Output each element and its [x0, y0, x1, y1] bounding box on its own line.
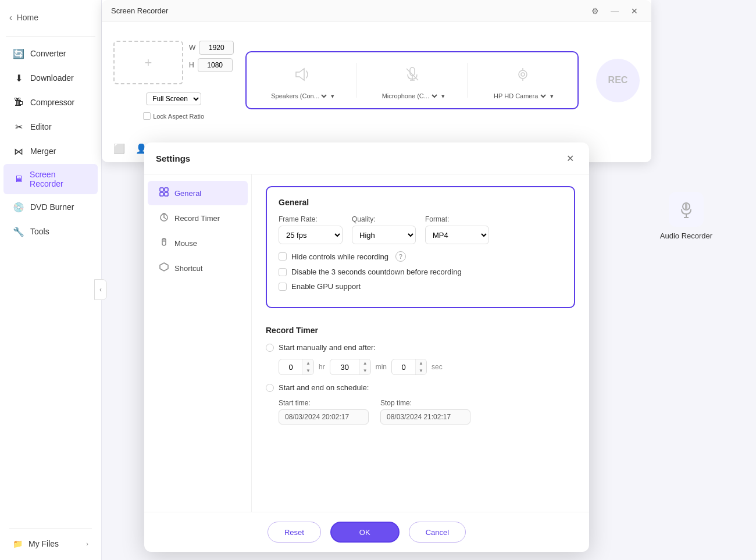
sidebar-item-downloader[interactable]: ⬇ Downloader [3, 66, 98, 90]
hide-controls-checkbox[interactable] [279, 252, 287, 261]
sidebar-item-merger[interactable]: ⋈ Merger [3, 140, 98, 163]
format-label: Format: [425, 215, 489, 223]
timer-fields: ▲ ▼ hr ▲ ▼ min [279, 359, 575, 375]
hide-controls-help-icon[interactable]: ? [395, 251, 406, 262]
format-select[interactable]: MP4 MOV AVI MKV GIF [425, 226, 489, 244]
settings-nav-record-timer[interactable]: Record Timer [148, 206, 248, 230]
audio-divider-1 [356, 63, 357, 98]
screenshot-toolbar-item[interactable]: ⬜ [113, 143, 125, 154]
microphone-dropdown-icon: ▾ [441, 92, 445, 100]
min-input[interactable] [330, 363, 359, 372]
frame-rate-select[interactable]: 25 fps 15 fps 20 fps 30 fps 60 fps [279, 226, 343, 244]
hr-input[interactable] [279, 363, 302, 372]
cancel-button[interactable]: Cancel [409, 522, 466, 543]
sidebar-item-label-tools: Tools [30, 227, 49, 236]
stop-time-input[interactable] [380, 409, 470, 425]
myfiles-chevron-icon: › [86, 540, 88, 547]
enable-gpu-label: Enable GPU support [291, 282, 361, 291]
screen-preview[interactable]: + [113, 41, 183, 84]
height-input[interactable] [198, 58, 233, 72]
manual-radio-row: Start manually and end after: [266, 343, 575, 352]
quality-label: Quality: [352, 215, 416, 223]
record-timer-title: Record Timer [266, 326, 575, 335]
speakers-select[interactable]: Speakers (Con... [269, 92, 329, 100]
audio-divider-2 [467, 63, 468, 98]
rec-button[interactable]: REC [596, 59, 640, 102]
quality-select[interactable]: High Low Medium Lossless [352, 226, 416, 244]
recorder-minimize-button[interactable]: — [607, 3, 622, 19]
sidebar-item-label-downloader: Downloader [30, 73, 74, 83]
height-row: H [189, 58, 234, 72]
hr-spin-down[interactable]: ▼ [303, 367, 313, 374]
general-section: General Frame Rate: 25 fps 15 fps 20 fps… [266, 186, 575, 308]
lock-ratio-row: Lock Aspect Ratio [143, 112, 204, 120]
width-input[interactable] [199, 41, 234, 55]
fullscreen-select[interactable]: Full Screen [146, 92, 201, 105]
settings-nav-record-timer-label: Record Timer [174, 214, 220, 223]
screenshot-icon: ⬜ [113, 143, 125, 154]
settings-modal-close-button[interactable]: ✕ [562, 151, 577, 166]
sec-unit: sec [432, 363, 443, 371]
settings-nav-general[interactable]: General [148, 181, 248, 205]
converter-icon: 🔄 [13, 48, 24, 59]
sidebar-divider-bottom [9, 528, 92, 529]
sec-spin-up[interactable]: ▲ [416, 359, 426, 367]
sidebar-item-dvd-burner[interactable]: 💿 DVD Burner [3, 195, 98, 219]
settings-nav-general-label: General [174, 189, 201, 198]
tools-icon: 🔧 [13, 226, 24, 237]
general-nav-icon [159, 187, 169, 199]
sidebar-item-screen-recorder[interactable]: 🖥 Screen Recorder [3, 164, 98, 194]
svg-rect-14 [160, 192, 163, 196]
lock-ratio-checkbox[interactable] [143, 112, 151, 120]
sidebar-item-compressor[interactable]: 🗜 Compressor [3, 91, 98, 114]
sidebar-myfiles[interactable]: 📁 My Files › [3, 533, 98, 554]
sidebar-back-home[interactable]: ‹ Home [0, 6, 101, 29]
min-spin-up[interactable]: ▲ [360, 359, 370, 367]
ok-button[interactable]: OK [330, 522, 400, 543]
sidebar-item-label-dvd-burner: DVD Burner [30, 202, 74, 212]
sec-input[interactable] [392, 363, 415, 372]
record-timer-section: Record Timer Start manually and end afte… [266, 320, 575, 430]
disable-countdown-checkbox[interactable] [279, 268, 287, 276]
settings-nav-shortcut[interactable]: Shortcut [148, 256, 248, 280]
screen-plus-icon: + [145, 55, 152, 70]
sidebar-item-converter[interactable]: 🔄 Converter [3, 42, 98, 65]
merger-icon: ⋈ [13, 145, 24, 157]
recorder-close-button[interactable]: ✕ [627, 3, 642, 19]
hr-spin-up[interactable]: ▲ [303, 359, 313, 367]
sec-spinners: ▲ ▼ [415, 359, 426, 374]
camera-select[interactable]: HP HD Camera [491, 92, 548, 100]
screen-area: + W H Full Screen [113, 41, 234, 120]
general-fields-row: Frame Rate: 25 fps 15 fps 20 fps 30 fps … [279, 215, 562, 244]
min-spinners: ▲ ▼ [359, 359, 370, 374]
disable-countdown-row: Disable the 3 seconds countdown before r… [279, 267, 562, 276]
schedule-radio-row: Start and end on schedule: [266, 383, 575, 392]
microphone-select[interactable]: Microphone (C... [380, 92, 439, 100]
downloader-icon: ⬇ [13, 72, 24, 84]
min-spin-down[interactable]: ▼ [360, 367, 370, 374]
sidebar-item-tools[interactable]: 🔧 Tools [3, 220, 98, 243]
frame-rate-field: Frame Rate: 25 fps 15 fps 20 fps 30 fps … [279, 215, 343, 244]
sec-input-wrap: ▲ ▼ [391, 359, 427, 375]
recorder-settings-button[interactable]: ⚙ [587, 3, 602, 19]
myfiles-label: My Files [28, 539, 59, 548]
settings-nav-mouse[interactable]: Mouse [148, 231, 248, 255]
manual-radio-button[interactable] [266, 344, 274, 352]
wh-fields: W H [189, 41, 234, 72]
reset-button[interactable]: Reset [268, 522, 321, 543]
schedule-radio-button[interactable] [266, 384, 274, 392]
start-time-input[interactable] [279, 409, 369, 425]
enable-gpu-checkbox[interactable] [279, 283, 287, 291]
svg-rect-13 [165, 188, 168, 191]
camera-device: HP HD Camera ▾ [479, 60, 566, 100]
collapse-chevron-icon: ‹ [99, 286, 102, 294]
sidebar-collapse-button[interactable]: ‹ [94, 279, 107, 300]
sidebar-item-editor[interactable]: ✂ Editor [3, 115, 98, 138]
recorder-title: Screen Recorder [111, 6, 168, 15]
speakers-device: Speakers (Con... ▾ [258, 60, 345, 100]
audio-recorder-card[interactable]: Audio Recorder [651, 192, 721, 240]
shortcut-nav-icon [159, 262, 169, 274]
back-icon: ‹ [9, 13, 12, 22]
camera-dropdown-icon: ▾ [550, 92, 554, 100]
sec-spin-down[interactable]: ▼ [416, 367, 426, 374]
